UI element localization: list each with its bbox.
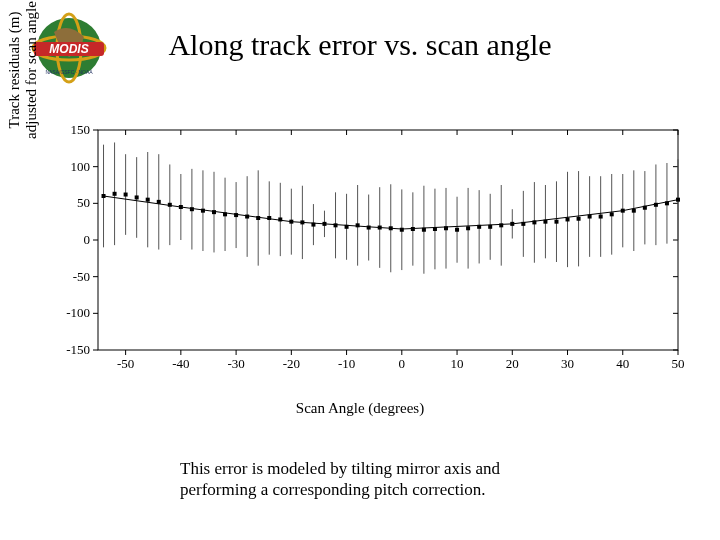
data-point <box>577 217 581 221</box>
y-tick-label: -50 <box>73 269 90 284</box>
y-tick-label: 0 <box>84 232 91 247</box>
y-axis-label-line1: Track residuals (m) <box>6 0 23 160</box>
svg-text:NASA/GSFC · NOAA: NASA/GSFC · NOAA <box>45 69 93 75</box>
x-tick-label: -50 <box>117 356 134 371</box>
data-point <box>599 215 603 219</box>
data-point <box>367 226 371 230</box>
data-point <box>610 212 614 216</box>
data-point <box>334 223 338 227</box>
y-tick-label: 100 <box>71 159 91 174</box>
y-axis-label-line2: adjusted for scan angle <box>23 0 40 160</box>
y-tick-label: 50 <box>77 195 90 210</box>
x-tick-label: -40 <box>172 356 189 371</box>
y-tick-label: -100 <box>66 305 90 320</box>
data-point <box>135 195 139 199</box>
x-axis-label: Scan Angle (degrees) <box>0 400 720 417</box>
y-tick-label: -150 <box>66 342 90 357</box>
data-point <box>466 226 470 230</box>
data-point <box>400 228 404 232</box>
x-tick-label: -20 <box>283 356 300 371</box>
slide-title: Along track error vs. scan angle <box>0 28 720 62</box>
x-tick-label: 30 <box>561 356 574 371</box>
data-point <box>124 193 128 197</box>
y-tick-label: 150 <box>71 122 91 137</box>
x-tick-label: -10 <box>338 356 355 371</box>
data-point <box>146 198 150 202</box>
data-point <box>113 192 117 196</box>
data-point <box>554 220 558 224</box>
svg-rect-6 <box>98 130 678 350</box>
x-tick-label: 10 <box>451 356 464 371</box>
x-tick-label: 50 <box>672 356 685 371</box>
x-tick-label: -30 <box>227 356 244 371</box>
y-axis-label: Track residuals (m) adjusted for scan an… <box>6 0 39 160</box>
x-tick-label: 20 <box>506 356 519 371</box>
data-point <box>455 228 459 232</box>
slide-caption: This error is modeled by tilting mirror … <box>180 458 570 501</box>
data-point <box>566 217 570 221</box>
residuals-chart: -150-100-50050100150-50-40-30-20-1001020… <box>38 120 688 390</box>
x-tick-label: 40 <box>616 356 629 371</box>
data-point <box>356 223 360 227</box>
data-point <box>632 209 636 213</box>
x-tick-label: 0 <box>399 356 406 371</box>
